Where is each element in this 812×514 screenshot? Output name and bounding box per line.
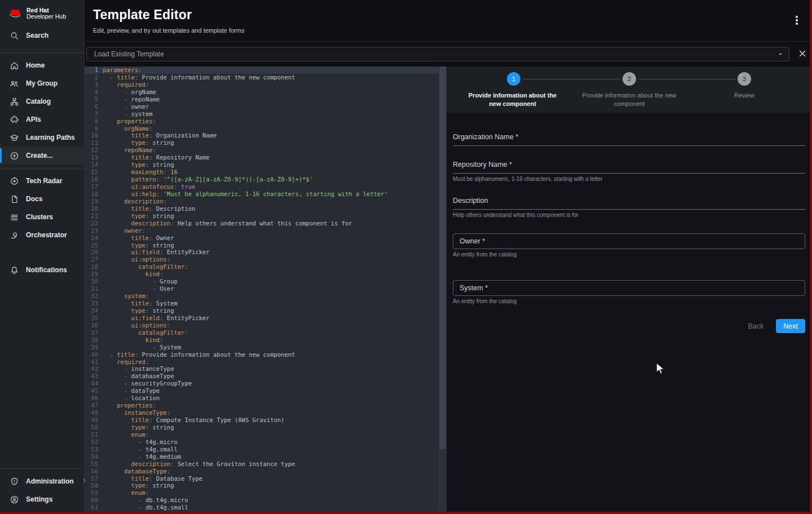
code-line-number: 7 xyxy=(85,110,98,118)
code-line[interactable]: 50 type: string xyxy=(85,424,447,431)
code-line[interactable]: 1parameters: xyxy=(85,67,447,74)
code-line[interactable]: 35 ui:field: EntityPicker xyxy=(85,314,447,322)
code-line[interactable]: 51 enum: xyxy=(85,431,447,438)
close-icon[interactable] xyxy=(797,48,809,60)
code-line[interactable]: 54 - t4g.medium xyxy=(85,453,447,460)
code-line[interactable]: 11 type: string xyxy=(85,139,447,147)
sidebar-item-tech-radar[interactable]: Tech Radar xyxy=(0,172,84,190)
code-line[interactable]: 29 kind: xyxy=(85,271,447,278)
code-line[interactable]: 37 catalogFilter: xyxy=(85,329,447,336)
code-line[interactable]: 7 - system xyxy=(85,110,447,118)
code-line-text: title: Database Type xyxy=(98,475,202,482)
text-input[interactable] xyxy=(453,209,805,210)
sidebar-item-administration[interactable]: Administration xyxy=(0,472,84,490)
sidebar-item-orchestrator[interactable]: Orchestrator xyxy=(0,226,84,244)
sidebar-item-clusters[interactable]: Clusters xyxy=(0,208,84,226)
code-line[interactable]: 41 required: xyxy=(85,358,447,366)
kebab-menu-icon[interactable] xyxy=(792,15,802,26)
code-line[interactable]: 12 repoName: xyxy=(85,147,447,154)
stepper-step-1[interactable]: 1Provide information about the new compo… xyxy=(457,72,570,108)
editor-scrollbar[interactable] xyxy=(439,67,447,512)
stepper-step-3[interactable]: 3Review xyxy=(688,72,801,100)
code-line[interactable]: 26 ui:field: EntityPicker xyxy=(85,249,447,256)
sidebar-item-home[interactable]: Home xyxy=(0,56,84,74)
code-line[interactable]: 52 - t4g.micro xyxy=(85,438,447,446)
create-icon xyxy=(10,151,19,161)
load-template-select[interactable]: Load Existing Template xyxy=(86,47,789,61)
code-line-text: - db.t4g.micro xyxy=(98,497,188,504)
code-line[interactable]: 28 catalogFilter: xyxy=(85,263,447,271)
code-line[interactable]: 48 instanceType: xyxy=(85,409,447,416)
stepper-step-2[interactable]: 2Provide information about the new compo… xyxy=(573,72,686,108)
code-line[interactable]: 58 type: string xyxy=(85,482,447,489)
code-line[interactable]: 57 title: Database Type xyxy=(85,475,447,482)
code-line[interactable]: 23 owner: xyxy=(85,227,447,234)
code-line[interactable]: 53 - t4g.small xyxy=(85,446,447,453)
code-line[interactable]: 46 - location xyxy=(85,395,447,402)
form-field-owner: Owner *An entity from the catalog xyxy=(453,233,805,258)
code-line[interactable]: 3 required: xyxy=(85,81,447,88)
code-line[interactable]: 33 title: System xyxy=(85,300,447,307)
code-line[interactable]: 21 type: string xyxy=(85,212,447,220)
sidebar-item-catalog[interactable]: Catalog xyxy=(0,92,84,110)
code-line[interactable]: 24 title: Owner xyxy=(85,234,447,242)
code-line[interactable]: 44 - securityGroupType xyxy=(85,380,447,387)
code-line[interactable]: 32 system: xyxy=(85,293,447,300)
code-line[interactable]: 27 ui:options: xyxy=(85,256,447,263)
code-line[interactable]: 34 type: string xyxy=(85,307,447,314)
code-line[interactable]: 42 - instanceType xyxy=(85,365,447,373)
code-line[interactable]: 9 orgName: xyxy=(85,125,447,132)
code-line[interactable]: 38 kind: xyxy=(85,336,447,344)
code-line[interactable]: 8 properties: xyxy=(85,118,447,125)
code-line[interactable]: 45 - dataType xyxy=(85,387,447,395)
code-line[interactable]: 10 title: Organization Name xyxy=(85,132,447,139)
sidebar-item-my-group[interactable]: My Group xyxy=(0,74,84,92)
code-line[interactable]: 56 databaseType: xyxy=(85,468,447,475)
code-line[interactable]: 13 title: Repository Name xyxy=(85,154,447,161)
sidebar-item-notifications[interactable]: Notifications xyxy=(0,261,84,279)
sidebar-spacer xyxy=(0,279,84,465)
code-line[interactable]: 40 - title: Provide information about th… xyxy=(85,351,447,358)
text-input[interactable] xyxy=(453,173,805,174)
code-line[interactable]: 20 title: Description xyxy=(85,205,447,212)
code-line[interactable]: 36 ui:options: xyxy=(85,322,447,329)
code-line[interactable]: 43 - databaseType xyxy=(85,373,447,380)
sidebar-item-settings[interactable]: Settings xyxy=(0,490,84,508)
sidebar-item-docs[interactable]: Docs xyxy=(0,190,84,208)
code-line[interactable]: 18 ui:help: 'Must be alphanumeric, 1-16 … xyxy=(85,190,447,198)
editor-scrollbar-thumb[interactable] xyxy=(439,67,446,449)
sidebar-item-learning-paths[interactable]: Learning Paths xyxy=(0,128,84,147)
code-line[interactable]: 25 type: string xyxy=(85,242,447,249)
next-button[interactable]: Next xyxy=(776,319,805,333)
text-input[interactable]: System * xyxy=(453,280,805,296)
back-button[interactable]: Back xyxy=(743,320,770,333)
code-line[interactable]: 4 - orgName xyxy=(85,88,447,96)
code-line[interactable]: 49 title: Compute Instance Type (AWS Gra… xyxy=(85,416,447,424)
code-line[interactable]: 16 pattern: '^([a-zA-Z][a-zA-Z0-9]*)(-[a… xyxy=(85,176,447,183)
code-line[interactable]: 22 description: Help others understand w… xyxy=(85,220,447,227)
text-input[interactable] xyxy=(453,145,805,146)
code-line[interactable]: 61 - db.t4g.small xyxy=(85,504,447,511)
code-line[interactable]: 15 maxLength: 16 xyxy=(85,169,447,176)
code-editor[interactable]: 1parameters:2 - title: Provide informati… xyxy=(85,67,447,512)
code-line[interactable]: 59 enum: xyxy=(85,489,447,497)
code-line[interactable]: 6 - owner xyxy=(85,103,447,110)
code-line-text: required: xyxy=(98,358,149,366)
code-line[interactable]: 30 - Group xyxy=(85,278,447,285)
code-line[interactable]: 39 - System xyxy=(85,344,447,351)
code-line[interactable]: 60 - db.t4g.micro xyxy=(85,497,447,504)
code-line[interactable]: 55 description: Select the Graviton inst… xyxy=(85,460,447,468)
sidebar-item-create[interactable]: Create... xyxy=(0,147,84,165)
code-line-text: type: string xyxy=(98,307,174,314)
sidebar-item-search[interactable]: Search xyxy=(0,25,84,46)
code-line[interactable]: 47 properties: xyxy=(85,402,447,409)
code-line[interactable]: 5 - repoName xyxy=(85,96,447,103)
code-line[interactable]: 14 type: string xyxy=(85,161,447,169)
code-line[interactable]: 17 ui:autofocus: true xyxy=(85,183,447,190)
administration-icon xyxy=(10,477,19,486)
code-line[interactable]: 2 - title: Provide information about the… xyxy=(85,74,447,81)
code-line[interactable]: 19 description: xyxy=(85,198,447,205)
sidebar-item-apis[interactable]: APIs xyxy=(0,110,84,128)
code-line[interactable]: 31 - User xyxy=(85,285,447,293)
text-input[interactable]: Owner * xyxy=(453,233,805,249)
